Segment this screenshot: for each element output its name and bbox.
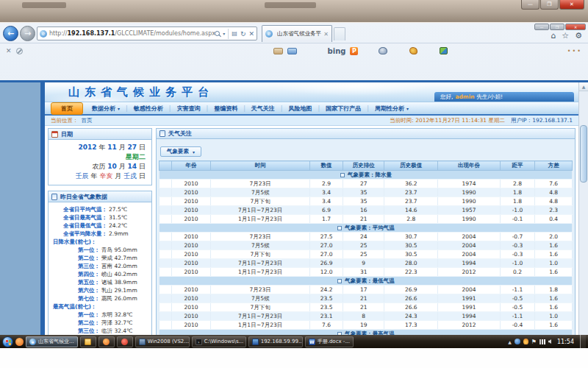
table-row[interactable]: 20107月5候27.02530.52004-0.31.6 bbox=[159, 241, 573, 250]
toolbar-overflow-dots[interactable]: ••• bbox=[567, 48, 582, 54]
start-button[interactable] bbox=[2, 336, 13, 347]
checkbox-icon[interactable] bbox=[337, 279, 342, 283]
tray-notification-icon[interactable] bbox=[523, 339, 528, 344]
compatibility-view-icon[interactable]: ▤ bbox=[232, 30, 237, 37]
pinned-app-icon[interactable] bbox=[15, 338, 24, 346]
table-row[interactable]: 20107月1日~7月23日6.91614.61957-1.02.3 bbox=[159, 206, 573, 215]
tab-title: 山东省气候业务平... bbox=[277, 30, 321, 38]
table-row[interactable]: 20107月下旬27.02530.52004-0.31.6 bbox=[159, 250, 573, 259]
tab-close-icon[interactable]: ✕ bbox=[323, 31, 329, 38]
minimize-button[interactable]: — bbox=[521, 0, 539, 10]
toolbar-mail-icon[interactable] bbox=[287, 48, 297, 54]
forward-button[interactable]: → bbox=[20, 26, 35, 41]
page-scrollbar[interactable]: ▲ ▼ bbox=[578, 82, 588, 358]
nav-item-2[interactable]: 数据分析▾ bbox=[86, 103, 126, 114]
blocked-plugin-icon[interactable] bbox=[16, 48, 23, 54]
nav-menu: 首页数据分析▾|敏感性分析|灾害查询|整编资料|天气关注|风险地图|国家下行产品… bbox=[45, 102, 578, 116]
group-label: 气象要素：平均气温 bbox=[345, 224, 395, 231]
tray-app-icon[interactable] bbox=[514, 339, 520, 344]
nav-item-5[interactable]: 整编资料 bbox=[208, 103, 243, 114]
site-title: 山东省气候业务平台 bbox=[68, 85, 214, 99]
nav-item-7[interactable]: 风险地图 bbox=[283, 103, 318, 114]
table-cell: 1990 bbox=[438, 188, 500, 197]
taskbar-window-button[interactable] bbox=[98, 336, 115, 347]
group-row[interactable]: 气象要素：降水量 bbox=[159, 171, 573, 180]
scroll-up-arrow[interactable]: ▲ bbox=[579, 82, 588, 91]
taskbar-window-button[interactable]: 192.168.59.99... bbox=[248, 336, 303, 347]
table-row[interactable]: 20107月23日24.21726.92004-1.11.8 bbox=[159, 286, 573, 294]
scrollbar-thumb[interactable] bbox=[580, 125, 587, 183]
table-row[interactable]: 20107月23日27.52430.72004-0.72.0 bbox=[159, 233, 573, 241]
table-cell: 1月1日~7月23日 bbox=[211, 321, 310, 330]
close-button[interactable]: ✕ bbox=[559, 0, 584, 10]
network-icon[interactable] bbox=[539, 339, 545, 344]
bing-logo[interactable]: bing bbox=[328, 47, 346, 55]
table-cell: -0.5 bbox=[500, 294, 535, 303]
main-area: 天气关注 气象要素▾ 年份时间数值历史排位历史极值 bbox=[156, 128, 576, 354]
address-bar[interactable]: e http://192.168.137.1/GLCCLIMATE/module… bbox=[37, 26, 257, 40]
page-content: 山东省气候业务平台 您好, admin 先生/小姐! 首页数据分析▾|敏感性分析… bbox=[40, 82, 578, 358]
stat-value: 24.2℃ bbox=[107, 222, 127, 230]
table-cell: 27.0 bbox=[310, 250, 343, 259]
browser-tab[interactable]: e 山东省气候业务平... ✕ bbox=[262, 25, 332, 42]
taskbar-window-button[interactable] bbox=[80, 336, 96, 347]
table-row[interactable]: 20107月下旬3.43523.719901.84.8 bbox=[159, 197, 573, 206]
bing-badge-icon[interactable]: P bbox=[350, 47, 358, 55]
back-button[interactable]: ← bbox=[3, 26, 18, 41]
group-row[interactable]: 气象要素：最低气温 bbox=[159, 277, 573, 286]
table-row[interactable]: 20107月下旬23.52126.61991-0.51.6 bbox=[159, 303, 573, 312]
action-center-flag-icon[interactable]: ⚑ bbox=[531, 339, 537, 345]
close-toolbar-icon[interactable]: ✕ bbox=[6, 47, 12, 54]
table-row[interactable]: 20101月1日~7月23日1.7212.81990-0.10.4 bbox=[159, 215, 573, 224]
nav-item-4[interactable]: 灾害查询 bbox=[171, 103, 206, 114]
taskbar-clock[interactable]: 11:54 bbox=[557, 339, 574, 345]
checkbox-icon[interactable] bbox=[337, 226, 342, 230]
toolbar-bird-icon[interactable] bbox=[409, 47, 417, 54]
chevron-down-icon[interactable]: ▾ bbox=[223, 31, 225, 36]
home-icon[interactable]: ⌂ bbox=[551, 31, 556, 40]
table-cell: 2.3 bbox=[535, 206, 573, 215]
welcome-suffix: 先生/小姐! bbox=[477, 93, 503, 101]
column-header: 出现年份 bbox=[438, 161, 500, 171]
page-viewport: 山东省气候业务平台 您好, admin 先生/小姐! 首页数据分析▾|敏感性分析… bbox=[0, 80, 588, 358]
taskbar-window-button[interactable]: e山东省气候业... bbox=[26, 336, 78, 347]
toolbar-card-icon[interactable] bbox=[273, 48, 283, 54]
table-row[interactable]: 20107月1日~7月23日23.1824.31994-1.11.0 bbox=[159, 312, 573, 321]
tray-chevron-icon[interactable]: ▲ bbox=[508, 339, 512, 344]
table-row[interactable]: 20101月1日~7月23日12.03122.320120.21.6 bbox=[159, 268, 573, 277]
nav-item-8[interactable]: 国家下行产品 bbox=[320, 103, 367, 114]
toolbar-puzzle-icon[interactable] bbox=[440, 47, 448, 54]
restore-button[interactable]: ❒ bbox=[540, 0, 559, 10]
table-row[interactable]: 20107月1日~7月23日26.9928.01994-1.01.0 bbox=[159, 259, 573, 268]
table-row[interactable]: 20107月5候23.52126.61991-0.51.6 bbox=[159, 294, 573, 303]
url-text[interactable]: http://192.168.137.1/GLCCLIMATE/modules/… bbox=[49, 30, 215, 37]
show-desktop-button[interactable] bbox=[580, 335, 586, 348]
speaker-icon[interactable] bbox=[548, 339, 551, 344]
table-row[interactable]: 20101月1日~7月23日7.61917.32012-0.41.6 bbox=[159, 321, 573, 330]
table-cell: 4.8 bbox=[535, 188, 573, 197]
checkbox-icon[interactable] bbox=[340, 173, 345, 177]
refresh-icon[interactable]: ↻ bbox=[240, 30, 246, 38]
toolbar-badge-icon[interactable] bbox=[379, 47, 387, 54]
search-icon[interactable] bbox=[215, 31, 220, 36]
element-filter-button[interactable]: 气象要素▾ bbox=[160, 146, 201, 157]
nav-item-3[interactable]: 敏感性分析 bbox=[128, 103, 169, 114]
taskbar-window-button[interactable] bbox=[117, 336, 133, 347]
nav-item-6[interactable]: 天气关注 bbox=[245, 103, 281, 114]
location-link[interactable]: 首页 bbox=[82, 117, 93, 124]
new-tab-button[interactable] bbox=[334, 27, 345, 40]
taskbar-window-button[interactable]: ›C:\Windows\s... bbox=[192, 336, 246, 347]
taskbar-window-button[interactable]: Win2008 (VS2... bbox=[135, 336, 190, 347]
rank-row: 第三位：莒南 42.0mm bbox=[50, 262, 149, 270]
stat-label: 全省平均降水量： bbox=[50, 230, 107, 238]
browser-window: — ❒ ✕ ← → e http://192.168.137.1/GLCCLIM… bbox=[0, 22, 588, 335]
group-row[interactable]: 气象要素：平均气温 bbox=[159, 224, 573, 233]
stop-icon[interactable]: ✕ bbox=[248, 30, 254, 38]
settings-gear-icon[interactable]: ⚙ bbox=[575, 31, 582, 40]
table-row[interactable]: 20107月23日2.92736.219742.87.6 bbox=[159, 180, 573, 188]
nav-item-9[interactable]: 周期性分析▾ bbox=[369, 103, 415, 114]
nav-item-1[interactable]: 首页 bbox=[51, 102, 83, 115]
favorites-star-icon[interactable]: ☆ bbox=[562, 31, 569, 40]
taskbar-window-button[interactable]: W手册.docx -... bbox=[305, 336, 354, 347]
table-row[interactable]: 20107月5候3.43523.719901.84.8 bbox=[159, 188, 573, 197]
